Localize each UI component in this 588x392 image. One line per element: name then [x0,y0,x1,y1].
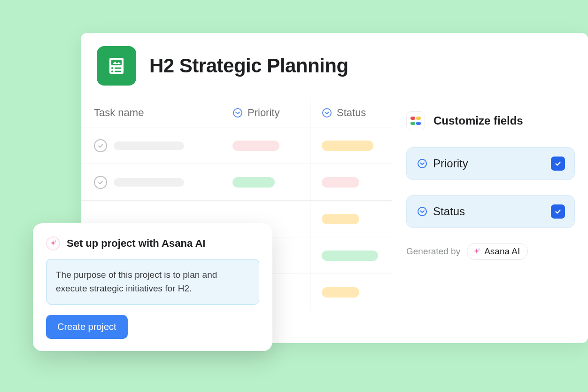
task-name-placeholder [114,178,184,187]
complete-check-icon[interactable] [94,176,107,189]
field-card-priority[interactable]: Priority [406,147,575,180]
svg-rect-1 [111,60,122,65]
asana-ai-setup-popup: Set up project with Asana AI The purpose… [33,223,272,351]
chevron-down-circle-icon [232,108,243,118]
svg-point-5 [111,71,113,72]
svg-point-7 [233,109,242,117]
svg-rect-10 [416,117,421,120]
svg-rect-4 [115,68,121,69]
project-icon [97,46,136,86]
table-row[interactable] [81,127,392,164]
sparkle-badge-icon [46,236,60,251]
project-title: H2 Strategic Planning [149,55,348,77]
ai-popup-header: Set up project with Asana AI [46,236,259,251]
asana-ai-chip[interactable]: Asana AI [467,243,528,260]
chevron-down-circle-icon [322,108,332,118]
customize-fields-header: Customize fields [406,111,575,130]
svg-rect-12 [416,122,421,125]
four-dots-icon [406,111,425,130]
field-label: Priority [433,157,468,170]
list-template-icon [107,56,126,76]
field-enabled-checkbox[interactable] [551,204,565,219]
field-label: Status [433,205,465,218]
column-header-task-name[interactable]: Task name [81,107,221,119]
svg-rect-11 [410,122,415,125]
asana-ai-chip-label: Asana AI [484,246,520,257]
customize-fields-panel: Customize fields Priority [392,98,588,311]
project-header: H2 Strategic Planning [81,33,588,98]
task-name-placeholder [114,141,184,150]
svg-rect-6 [115,71,121,72]
create-project-button[interactable]: Create project [46,315,128,339]
customize-fields-title: Customize fields [433,114,523,127]
svg-point-13 [418,159,426,168]
complete-check-icon[interactable] [94,139,107,152]
priority-pill[interactable] [232,177,275,188]
svg-point-8 [323,109,331,117]
ai-popup-description[interactable]: The purpose of this project is to plan a… [46,259,259,305]
svg-point-3 [111,67,113,69]
chevron-down-circle-icon [417,158,427,169]
status-pill[interactable] [322,251,378,261]
svg-rect-9 [410,117,415,120]
table-header-row: Task name Priority Status [81,98,392,127]
status-pill[interactable] [322,214,359,224]
chevron-down-circle-icon [417,206,427,217]
table-row[interactable] [81,164,392,201]
column-header-status[interactable]: Status [310,98,392,127]
sparkle-icon [473,248,480,255]
field-card-status[interactable]: Status [406,195,575,228]
priority-pill[interactable] [232,141,279,151]
column-header-priority[interactable]: Priority [221,98,310,127]
status-pill[interactable] [322,287,359,298]
svg-point-14 [418,207,426,216]
generated-by-row: Generated by Asana AI [406,243,575,260]
field-enabled-checkbox[interactable] [551,157,565,171]
ai-popup-title: Set up project with Asana AI [67,237,205,250]
generated-by-label: Generated by [406,246,460,257]
status-pill[interactable] [322,177,359,188]
status-pill[interactable] [322,141,373,151]
